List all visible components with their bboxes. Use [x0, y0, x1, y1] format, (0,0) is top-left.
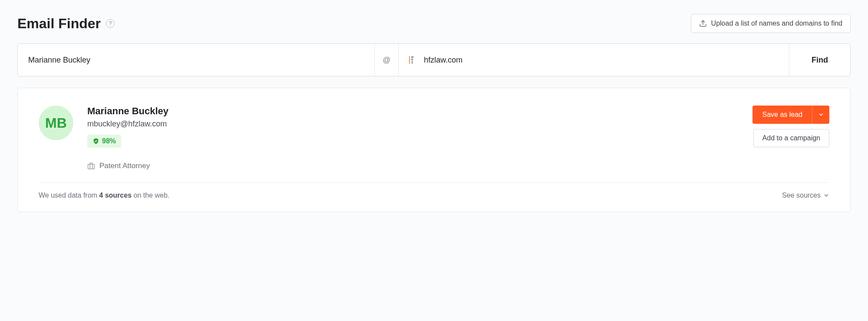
sources-prefix: We used data from — [39, 192, 99, 199]
find-button[interactable]: Find — [789, 44, 850, 76]
result-card: MB Marianne Buckley mbuckley@hfzlaw.com … — [17, 88, 851, 212]
result-top-row: MB Marianne Buckley mbuckley@hfzlaw.com … — [39, 106, 829, 170]
upload-icon — [699, 20, 707, 27]
see-sources-button[interactable]: See sources — [782, 192, 829, 199]
confidence-badge: 98% — [87, 135, 121, 148]
help-icon[interactable]: ? — [106, 19, 115, 28]
chevron-down-icon — [823, 192, 829, 199]
at-separator: @ — [374, 44, 399, 76]
footer-row: We used data from 4 sources on the web. … — [39, 192, 829, 199]
action-column: Save as lead Add to a campaign — [752, 106, 829, 147]
domain-input[interactable] — [424, 56, 779, 65]
confidence-value: 98% — [102, 137, 116, 145]
save-lead-button[interactable]: Save as lead — [752, 106, 812, 124]
person-email: mbuckley@hfzlaw.com — [87, 119, 739, 129]
chevron-down-icon — [818, 112, 824, 118]
job-title: Patent Attorney — [99, 162, 150, 170]
divider — [39, 182, 829, 183]
briefcase-icon — [87, 162, 95, 170]
sources-count: 4 sources — [99, 192, 132, 199]
name-input[interactable] — [18, 44, 374, 76]
person-name: Marianne Buckley — [87, 106, 739, 117]
page-title: Email Finder — [17, 16, 101, 32]
search-bar: @ HFZ Find — [17, 43, 851, 76]
sources-suffix: on the web. — [132, 192, 169, 199]
shield-check-icon — [92, 138, 99, 145]
person-info: Marianne Buckley mbuckley@hfzlaw.com 98% — [87, 106, 739, 170]
save-lead-dropdown-button[interactable] — [812, 106, 829, 124]
upload-list-button[interactable]: Upload a list of names and domains to fi… — [691, 14, 851, 33]
domain-favicon-icon: HFZ — [409, 56, 417, 64]
title-group: Email Finder ? — [17, 16, 115, 32]
add-campaign-button[interactable]: Add to a campaign — [753, 129, 829, 147]
save-lead-group: Save as lead — [752, 106, 829, 124]
sources-text: We used data from 4 sources on the web. — [39, 192, 169, 199]
job-row: Patent Attorney — [87, 162, 739, 170]
header-row: Email Finder ? Upload a list of names an… — [17, 14, 851, 33]
domain-box: HFZ — [399, 44, 789, 76]
see-sources-label: See sources — [782, 192, 821, 199]
svg-rect-1 — [88, 164, 95, 169]
upload-list-label: Upload a list of names and domains to fi… — [711, 20, 842, 27]
avatar: MB — [39, 106, 73, 140]
